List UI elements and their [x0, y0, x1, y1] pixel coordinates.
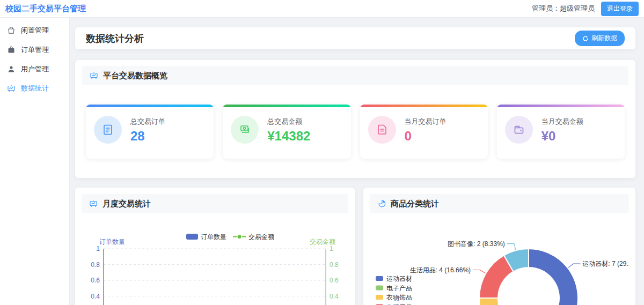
svg-text:0.8: 0.8	[330, 261, 339, 269]
svg-text:1: 1	[330, 245, 333, 252]
stat-value: ¥0	[541, 130, 583, 143]
sidebar-item-label: 订单管理	[21, 45, 49, 55]
chart-board-icon	[7, 84, 16, 93]
overview-section-title: 平台交易数据概览	[103, 71, 167, 81]
category-chart-card: 商品分类统计 运动器材: 7 (29.17%)生活用品: 4 (16.66%)图…	[363, 188, 635, 305]
user-icon	[7, 65, 16, 73]
sidebar-item-user-management[interactable]: 用户管理	[0, 59, 69, 79]
svg-text:生活用品: 生活用品	[386, 303, 412, 305]
banknotes-icon	[231, 116, 259, 144]
svg-text:订单数量: 订单数量	[99, 238, 125, 246]
stat-value: 28	[130, 130, 165, 143]
refresh-icon	[582, 35, 589, 42]
stat-card-total-orders: 总交易订单 28	[86, 105, 214, 159]
svg-text:0.4: 0.4	[91, 293, 100, 300]
page-title: 数据统计分析	[86, 32, 144, 45]
page-header-card: 数据统计分析 刷新数据	[75, 27, 635, 49]
app-title: 校园二手交易平台管理	[5, 4, 86, 14]
stat-card-total-amount: 总交易金额 ¥14382	[223, 105, 350, 159]
svg-text:0.6: 0.6	[330, 277, 339, 284]
svg-text:0.4: 0.4	[330, 293, 339, 300]
stat-label: 总交易订单	[130, 117, 165, 127]
monthly-chart-title: 月度交易统计	[103, 199, 151, 209]
svg-text:运动器材: 7 (29.17%): 运动器材: 7 (29.17%)	[582, 260, 629, 267]
svg-text:图书音像: 2 (8.33%): 图书音像: 2 (8.33%)	[448, 240, 505, 248]
document-icon	[368, 116, 396, 144]
briefcase-icon	[7, 46, 16, 54]
top-bar: 校园二手交易平台管理 管理员：超级管理员 退出登录	[0, 0, 644, 18]
overview-section-header: 平台交易数据概览	[82, 66, 628, 85]
svg-text:0.8: 0.8	[91, 261, 100, 269]
svg-text:生活用品: 4 (16.66%): 生活用品: 4 (16.66%)	[410, 266, 471, 274]
stat-label: 总交易金额	[267, 117, 310, 127]
svg-text:0.6: 0.6	[91, 277, 100, 284]
stat-value: ¥14382	[267, 130, 310, 143]
svg-text:运动器材: 运动器材	[386, 275, 412, 282]
svg-text:1: 1	[96, 245, 100, 252]
wallet-icon	[505, 116, 533, 144]
bag-icon	[7, 26, 16, 35]
sidebar-item-order-management[interactable]: 订单管理	[0, 40, 69, 59]
sidebar-item-idle-management[interactable]: 闲置管理	[0, 21, 69, 40]
stat-value: 0	[405, 130, 447, 143]
sidebar-item-label: 用户管理	[21, 64, 49, 74]
category-chart-header: 商品分类统计	[370, 194, 629, 213]
monthly-line-chart[interactable]: 订单数量交易金额订单数量交易金额110.80.80.60.60.40.40.20…	[82, 226, 348, 305]
sidebar: 闲置管理 订单管理 用户管理 数据统计	[0, 18, 70, 305]
main-content: 数据统计分析 刷新数据 平台交易数据概览	[70, 18, 644, 305]
overview-card: 平台交易数据概览 总交易订单 28	[75, 60, 635, 178]
refresh-button-label: 刷新数据	[591, 34, 617, 43]
sidebar-item-data-statistics[interactable]: 数据统计	[0, 79, 69, 98]
refresh-data-button[interactable]: 刷新数据	[575, 31, 625, 46]
chart-board-icon	[89, 199, 98, 208]
stat-label: 当月交易订单	[405, 117, 447, 127]
document-icon	[94, 116, 122, 144]
svg-text:订单数量: 订单数量	[201, 233, 226, 241]
pie-chart-icon	[377, 199, 386, 208]
logout-button[interactable]: 退出登录	[601, 2, 639, 16]
stat-card-month-orders: 当月交易订单 0	[360, 105, 488, 159]
admin-label: 管理员：超级管理员	[532, 4, 595, 13]
sidebar-item-label: 数据统计	[21, 84, 49, 93]
monthly-chart-card: 月度交易统计 订单数量交易金额订单数量交易金额110.80.80.60.60.4…	[75, 188, 355, 305]
svg-text:电子产品: 电子产品	[386, 285, 412, 292]
chart-board-icon	[90, 71, 98, 80]
svg-text:交易金额: 交易金额	[248, 233, 274, 241]
stat-card-month-amount: 当月交易金额 ¥0	[497, 105, 625, 159]
stats-row: 总交易订单 28 总交易金额 ¥14382	[82, 105, 628, 159]
monthly-chart-header: 月度交易统计	[82, 194, 348, 213]
category-pie-chart[interactable]: 运动器材: 7 (29.17%)生活用品: 4 (16.66%)图书音像: 2 …	[370, 213, 629, 305]
svg-text:衣物饰品: 衣物饰品	[386, 294, 412, 301]
sidebar-item-label: 闲置管理	[21, 26, 49, 35]
category-chart-title: 商品分类统计	[391, 199, 439, 209]
stat-label: 当月交易金额	[541, 117, 583, 127]
svg-text:交易金额: 交易金额	[310, 238, 335, 246]
